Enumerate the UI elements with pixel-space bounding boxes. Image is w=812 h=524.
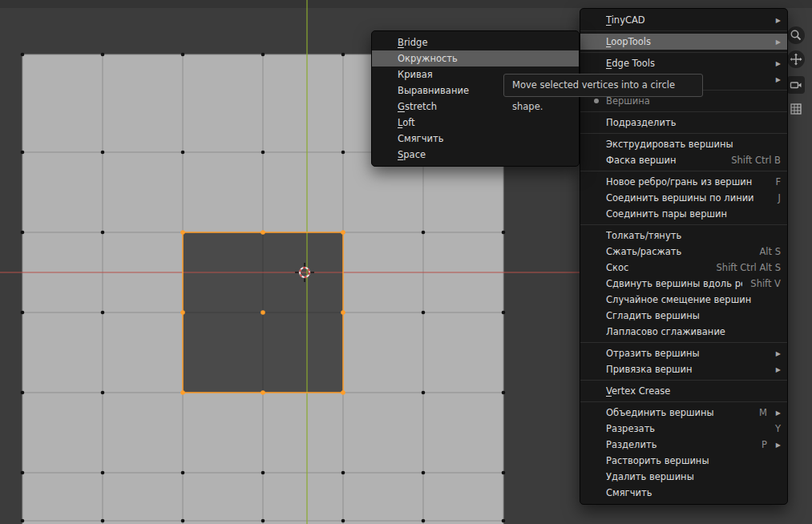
menu-item-label: Gstretch [398, 101, 572, 112]
menu-item-label: Толкать/тянуть [606, 230, 781, 241]
menu-separator [580, 377, 787, 383]
context-menu-item-22[interactable]: Случайное смещение вершин [580, 292, 787, 308]
menu-item-label: Соединить пары вершин [606, 208, 781, 220]
menu-item-shortcut: Shift Ctrl B [731, 155, 781, 166]
menu-separator [580, 222, 787, 228]
menu-item-label: Подразделить [606, 117, 781, 128]
menu-item-shortcut: P [762, 439, 767, 450]
move-hand-icon[interactable] [787, 50, 805, 68]
submenu-arrow-icon: ▶ [774, 441, 781, 449]
menu-item-label: Сдвинуть вершины вдоль ребер [606, 278, 742, 289]
looptools-item-7[interactable]: Space [372, 147, 579, 163]
menu-item-label: Отразить вершины [606, 348, 767, 359]
menu-item-label: Окружность [398, 53, 572, 64]
context-menu-item-14[interactable]: Новое ребро/грань из вершинF [580, 174, 787, 190]
context-menu-item-33[interactable]: РазделитьP▶ [580, 437, 787, 453]
camera-icon[interactable] [787, 76, 805, 94]
context-menu-item-18[interactable]: Толкать/тянуть [580, 228, 787, 244]
looptools-submenu: BridgeОкружностьКриваяВыравниваниеGstret… [371, 30, 580, 167]
menu-item-label: Удалить вершины [606, 471, 781, 482]
menu-item-label: Растворить вершины [606, 455, 781, 466]
context-menu-item-27[interactable]: Привязка вершин▶ [580, 361, 787, 377]
context-menu-item-0[interactable]: TinyCAD▶ [580, 12, 787, 28]
context-menu-item-16[interactable]: Соединить пары вершин [580, 206, 787, 222]
grid-view-icon[interactable] [787, 100, 805, 118]
top-strip [0, 0, 812, 8]
menu-item-label: Новое ребро/грань из вершин [606, 176, 767, 187]
menu-item-shortcut: M [759, 407, 767, 418]
context-menu-item-29[interactable]: Vertex Crease [580, 383, 787, 399]
looptools-item-6[interactable]: Смягчить [372, 131, 579, 147]
context-menu-item-26[interactable]: Отразить вершины▶ [580, 345, 787, 361]
menu-item-label: Сжать/расжать [606, 246, 751, 257]
context-menu-item-12[interactable]: Фаска вершинShift Ctrl B [580, 152, 787, 168]
menu-item-label: Случайное смещение вершин [606, 294, 781, 305]
context-menu-item-31[interactable]: Объединить вершиныM▶ [580, 405, 787, 421]
menu-item-shortcut: Alt S [759, 246, 781, 257]
zoom-icon[interactable] [787, 26, 805, 44]
context-menu-item-11[interactable]: Экструдировать вершины [580, 136, 787, 152]
menu-separator [580, 131, 787, 136]
submenu-arrow-icon: ▶ [774, 76, 781, 83]
menu-item-label: Привязка вершин [606, 364, 767, 375]
menu-item-label: Bridge [398, 37, 572, 48]
menu-separator [580, 28, 787, 34]
menu-item-label: Space [398, 149, 572, 160]
menu-item-label: Loft [398, 117, 572, 128]
context-menu-item-19[interactable]: Сжать/расжатьAlt S [580, 244, 787, 260]
submenu-arrow-icon: ▶ [774, 409, 781, 417]
menu-item-label: Разделить [606, 439, 753, 450]
menu-item-label: Edge Tools [606, 58, 767, 69]
vertex-icon [592, 96, 601, 106]
submenu-arrow-icon: ▶ [774, 366, 781, 373]
looptools-item-4[interactable]: Gstretch [372, 99, 579, 115]
menu-item-label: Vertex Crease [606, 385, 781, 397]
submenu-arrow-icon: ▶ [774, 350, 781, 357]
menu-item-shortcut: J [778, 192, 781, 204]
context-menu-item-34[interactable]: Растворить вершины [580, 453, 787, 469]
menu-item-shortcut: Shift Ctrl Alt S [717, 262, 781, 273]
context-menu-item-21[interactable]: Сдвинуть вершины вдоль реберShift V [580, 276, 787, 292]
context-menu-item-23[interactable]: Сгладить вершины [580, 308, 787, 324]
menu-item-label: TinyCAD [606, 14, 767, 26]
menu-separator [580, 50, 787, 55]
context-menu-item-4[interactable]: Edge Tools▶ [580, 55, 787, 71]
menu-separator [580, 168, 787, 174]
menu-item-label: Экструдировать вершины [606, 139, 781, 150]
menu-item-label: Объединить вершины [606, 407, 751, 418]
menu-item-shortcut: F [775, 176, 781, 187]
menu-item-shortcut: Shift V [750, 278, 781, 289]
context-menu-item-2[interactable]: LoopTools▶ [580, 34, 787, 50]
context-menu-item-24[interactable]: Лапласово сглаживание [580, 324, 787, 340]
menu-separator [580, 340, 787, 345]
context-menu-item-20[interactable]: СкосShift Ctrl Alt S [580, 260, 787, 276]
menu-separator [580, 399, 787, 405]
looptools-item-1[interactable]: Окружность [372, 50, 579, 67]
context-menu-item-32[interactable]: РазрезатьY [580, 421, 787, 437]
looptools-item-5[interactable]: Loft [372, 115, 579, 131]
menu-item-label: Вершина [606, 95, 781, 107]
submenu-arrow-icon: ▶ [774, 38, 781, 46]
context-menu-item-36[interactable]: Смягчить [580, 485, 787, 501]
context-menu-item-9[interactable]: Подразделить [580, 115, 787, 131]
looptools-item-0[interactable]: Bridge [372, 34, 579, 50]
context-menu-item-15[interactable]: Соединить вершины по линииJ [580, 190, 787, 206]
context-menu-item-35[interactable]: Удалить вершины [580, 469, 787, 485]
submenu-arrow-icon: ▶ [774, 60, 781, 67]
menu-item-label: Соединить вершины по линии [606, 192, 770, 204]
menu-item-label: Фаска вершин [606, 155, 723, 166]
submenu-arrow-icon: ▶ [774, 17, 781, 24]
menu-item-label: Смягчить [606, 487, 781, 498]
menu-item-label: Лапласово сглаживание [606, 326, 781, 337]
menu-separator [580, 109, 787, 115]
menu-item-label: Смягчить [398, 133, 572, 144]
menu-item-label: Разрезать [606, 423, 767, 434]
menu-item-label: LoopTools [606, 36, 767, 47]
menu-item-shortcut: Y [775, 423, 781, 434]
tooltip: Move selected vertices into a circle sha… [503, 74, 703, 97]
menu-item-label: Скос [606, 262, 709, 273]
menu-item-label: Сгладить вершины [606, 310, 781, 321]
